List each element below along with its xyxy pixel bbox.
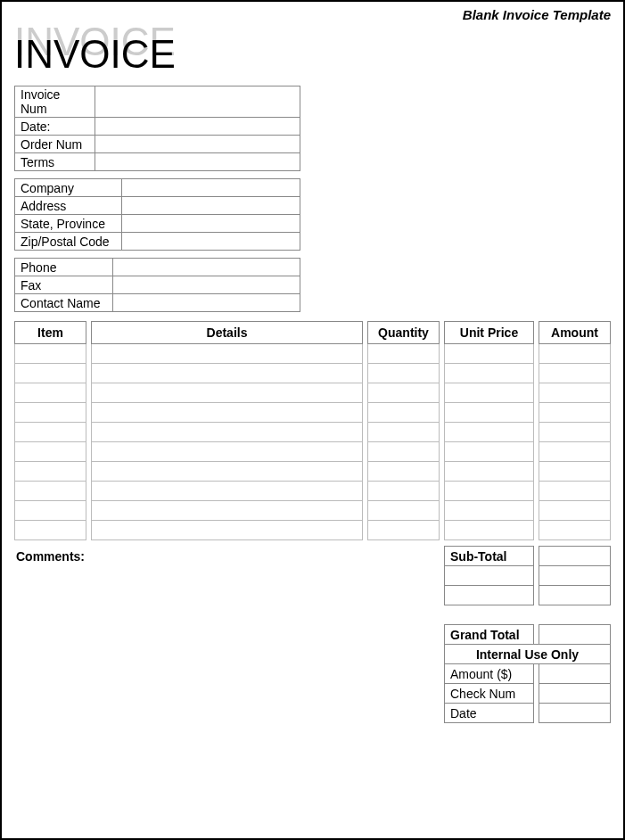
- internal-use-header: Internal Use Only: [445, 645, 611, 664]
- order-num-label: Order Num: [15, 136, 95, 153]
- date-label: Date:: [15, 118, 95, 136]
- cell-unit-price[interactable]: [445, 423, 534, 442]
- cell-item[interactable]: [15, 403, 86, 423]
- subtotal-field[interactable]: [539, 547, 611, 566]
- table-row: [15, 364, 611, 383]
- invoice-num-field[interactable]: [95, 86, 300, 118]
- totals-block: Sub-Total Grand Total: [444, 546, 611, 723]
- cell-item[interactable]: [15, 482, 86, 501]
- cell-item[interactable]: [15, 501, 86, 521]
- cell-details[interactable]: [92, 364, 363, 383]
- internal-date-field[interactable]: [539, 704, 611, 723]
- cell-unit-price[interactable]: [445, 403, 534, 423]
- extra2-label[interactable]: [445, 586, 534, 605]
- cell-unit-price[interactable]: [445, 344, 534, 364]
- extra1-field[interactable]: [539, 566, 611, 586]
- cell-amount[interactable]: [539, 482, 611, 501]
- date-field[interactable]: [95, 118, 300, 136]
- table-row: [15, 482, 611, 501]
- zip-field[interactable]: [122, 233, 300, 251]
- cell-amount[interactable]: [539, 344, 611, 364]
- internal-amount-field[interactable]: [539, 664, 611, 684]
- invoice-page: Blank Invoice Template INVOICE INVOICE I…: [0, 0, 625, 840]
- col-details: Details: [92, 322, 363, 344]
- order-num-field[interactable]: [95, 136, 300, 153]
- cell-unit-price[interactable]: [445, 521, 534, 540]
- cell-quantity[interactable]: [368, 344, 440, 364]
- cell-amount[interactable]: [539, 423, 611, 442]
- cell-unit-price[interactable]: [445, 482, 534, 501]
- state-field[interactable]: [122, 215, 300, 233]
- cell-details[interactable]: [92, 482, 363, 501]
- cell-amount[interactable]: [539, 462, 611, 482]
- cell-item[interactable]: [15, 364, 86, 383]
- table-row: [15, 423, 611, 442]
- table-row: [15, 462, 611, 482]
- terms-field[interactable]: [95, 153, 300, 171]
- cell-quantity[interactable]: [368, 501, 440, 521]
- cell-details[interactable]: [92, 383, 363, 403]
- cell-details[interactable]: [92, 442, 363, 462]
- cell-item[interactable]: [15, 423, 86, 442]
- cell-quantity[interactable]: [368, 462, 440, 482]
- contact-field[interactable]: [113, 294, 300, 312]
- grand-total-field[interactable]: [539, 625, 611, 645]
- cell-item[interactable]: [15, 442, 86, 462]
- cell-amount[interactable]: [539, 403, 611, 423]
- line-items-table: Item Details Quantity Unit Price Amount: [14, 321, 611, 540]
- cell-unit-price[interactable]: [445, 364, 534, 383]
- cell-item[interactable]: [15, 462, 86, 482]
- cell-item[interactable]: [15, 383, 86, 403]
- extra1-label[interactable]: [445, 566, 534, 586]
- cell-quantity[interactable]: [368, 364, 440, 383]
- fax-field[interactable]: [113, 276, 300, 294]
- extra2-field[interactable]: [539, 586, 611, 605]
- subtotal-label: Sub-Total: [445, 547, 534, 566]
- internal-amount-label: Amount ($): [445, 664, 534, 684]
- cell-quantity[interactable]: [368, 482, 440, 501]
- cell-amount[interactable]: [539, 442, 611, 462]
- col-unit-price: Unit Price: [445, 322, 534, 344]
- cell-unit-price[interactable]: [445, 462, 534, 482]
- table-row: [15, 383, 611, 403]
- table-row: [15, 521, 611, 540]
- cell-details[interactable]: [92, 423, 363, 442]
- cell-amount[interactable]: [539, 521, 611, 540]
- company-info-block: Company Address State, Province Zip/Post…: [14, 178, 611, 251]
- cell-unit-price[interactable]: [445, 383, 534, 403]
- cell-item[interactable]: [15, 521, 86, 540]
- cell-unit-price[interactable]: [445, 501, 534, 521]
- cell-unit-price[interactable]: [445, 442, 534, 462]
- col-amount: Amount: [539, 322, 611, 344]
- cell-quantity[interactable]: [368, 423, 440, 442]
- logo-main: INVOICE: [14, 32, 176, 77]
- cell-details[interactable]: [92, 403, 363, 423]
- cell-item[interactable]: [15, 344, 86, 364]
- grand-total-label: Grand Total: [445, 625, 534, 645]
- contact-label: Contact Name: [15, 294, 113, 312]
- table-row: [15, 403, 611, 423]
- cell-quantity[interactable]: [368, 403, 440, 423]
- terms-label: Terms: [15, 153, 95, 171]
- phone-field[interactable]: [113, 259, 300, 276]
- cell-quantity[interactable]: [368, 383, 440, 403]
- cell-details[interactable]: [92, 462, 363, 482]
- cell-amount[interactable]: [539, 501, 611, 521]
- cell-details[interactable]: [92, 521, 363, 540]
- phone-label: Phone: [15, 259, 113, 276]
- check-num-field[interactable]: [539, 684, 611, 704]
- invoice-num-label: Invoice Num: [15, 86, 95, 118]
- template-label: Blank Invoice Template: [463, 7, 611, 22]
- col-quantity: Quantity: [368, 322, 440, 344]
- address-field[interactable]: [122, 197, 300, 215]
- cell-amount[interactable]: [539, 383, 611, 403]
- cell-amount[interactable]: [539, 364, 611, 383]
- cell-details[interactable]: [92, 344, 363, 364]
- cell-quantity[interactable]: [368, 521, 440, 540]
- table-row: [15, 442, 611, 462]
- contact-info-block: Phone Fax Contact Name: [14, 258, 611, 312]
- fax-label: Fax: [15, 276, 113, 294]
- cell-details[interactable]: [92, 501, 363, 521]
- company-field[interactable]: [122, 179, 300, 197]
- cell-quantity[interactable]: [368, 442, 440, 462]
